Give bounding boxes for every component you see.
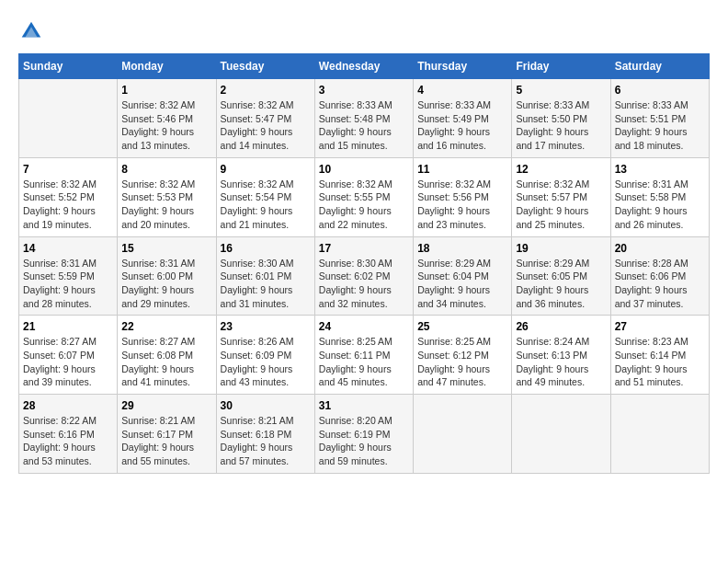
day-info: Sunrise: 8:33 AMSunset: 5:50 PMDaylight:… [516,99,589,151]
day-info: Sunrise: 8:31 AMSunset: 5:59 PMDaylight:… [23,258,97,309]
day-info: Sunrise: 8:32 AMSunset: 5:55 PMDaylight:… [319,178,392,230]
header-cell-monday: Monday [118,54,216,79]
day-info: Sunrise: 8:27 AMSunset: 6:08 PMDaylight:… [121,336,195,387]
day-cell: 17 Sunrise: 8:30 AMSunset: 6:02 PMDaylig… [314,236,413,316]
day-number: 8 [121,163,211,176]
day-info: Sunrise: 8:21 AMSunset: 6:17 PMDaylight:… [121,415,195,466]
day-number: 15 [121,242,211,255]
day-info: Sunrise: 8:25 AMSunset: 6:12 PMDaylight:… [417,336,491,387]
day-info: Sunrise: 8:33 AMSunset: 5:48 PMDaylight:… [319,99,392,151]
day-number: 29 [121,399,211,412]
day-info: Sunrise: 8:29 AMSunset: 6:05 PMDaylight:… [516,258,589,309]
day-cell: 11 Sunrise: 8:32 AMSunset: 5:56 PMDaylig… [414,157,512,236]
day-cell: 30 Sunrise: 8:21 AMSunset: 6:18 PMDaylig… [216,395,314,474]
day-number: 21 [23,320,113,333]
day-cell: 8 Sunrise: 8:32 AMSunset: 5:53 PMDayligh… [118,157,216,236]
day-number: 12 [516,163,606,176]
day-info: Sunrise: 8:32 AMSunset: 5:57 PMDaylight:… [516,178,589,230]
day-cell: 20 Sunrise: 8:28 AMSunset: 6:06 PMDaylig… [610,236,709,316]
day-number: 11 [417,163,507,176]
day-number: 22 [121,320,211,333]
day-cell: 4 Sunrise: 8:33 AMSunset: 5:49 PMDayligh… [414,79,512,158]
header-cell-friday: Friday [512,54,610,79]
day-info: Sunrise: 8:21 AMSunset: 6:18 PMDaylight:… [221,415,294,466]
day-cell: 14 Sunrise: 8:31 AMSunset: 5:59 PMDaylig… [19,236,118,316]
day-cell: 28 Sunrise: 8:22 AMSunset: 6:16 PMDaylig… [19,395,118,474]
day-number: 31 [319,399,409,412]
day-cell: 6 Sunrise: 8:33 AMSunset: 5:51 PMDayligh… [610,79,709,158]
day-number: 24 [319,320,409,333]
header-cell-saturday: Saturday [610,54,709,79]
day-info: Sunrise: 8:32 AMSunset: 5:56 PMDaylight:… [417,178,491,230]
day-cell: 19 Sunrise: 8:29 AMSunset: 6:05 PMDaylig… [512,236,610,316]
day-info: Sunrise: 8:32 AMSunset: 5:54 PMDaylight:… [221,178,294,230]
day-number: 28 [23,399,113,412]
header [18,18,710,44]
day-number: 7 [23,163,113,176]
day-info: Sunrise: 8:25 AMSunset: 6:11 PMDaylight:… [319,336,392,387]
day-number: 27 [615,320,705,333]
week-row-5: 28 Sunrise: 8:22 AMSunset: 6:16 PMDaylig… [19,395,710,474]
day-number: 18 [417,242,507,255]
day-number: 14 [23,242,113,255]
logo [18,18,48,44]
day-cell: 21 Sunrise: 8:27 AMSunset: 6:07 PMDaylig… [19,316,118,395]
day-info: Sunrise: 8:31 AMSunset: 5:58 PMDaylight:… [615,178,688,230]
day-info: Sunrise: 8:30 AMSunset: 6:01 PMDaylight:… [221,258,294,309]
day-number: 25 [417,320,507,333]
day-cell: 26 Sunrise: 8:24 AMSunset: 6:13 PMDaylig… [512,316,610,395]
day-cell: 9 Sunrise: 8:32 AMSunset: 5:54 PMDayligh… [216,157,314,236]
week-row-3: 14 Sunrise: 8:31 AMSunset: 5:59 PMDaylig… [19,236,710,316]
day-info: Sunrise: 8:22 AMSunset: 6:16 PMDaylight:… [23,415,97,466]
header-cell-tuesday: Tuesday [216,54,314,79]
day-number: 10 [319,163,409,176]
day-info: Sunrise: 8:26 AMSunset: 6:09 PMDaylight:… [221,336,294,387]
day-cell: 25 Sunrise: 8:25 AMSunset: 6:12 PMDaylig… [414,316,512,395]
day-number: 4 [417,84,507,97]
day-cell: 10 Sunrise: 8:32 AMSunset: 5:55 PMDaylig… [314,157,413,236]
day-info: Sunrise: 8:33 AMSunset: 5:49 PMDaylight:… [417,99,491,151]
day-cell: 1 Sunrise: 8:32 AMSunset: 5:46 PMDayligh… [118,79,216,158]
day-cell: 29 Sunrise: 8:21 AMSunset: 6:17 PMDaylig… [118,395,216,474]
day-cell: 5 Sunrise: 8:33 AMSunset: 5:50 PMDayligh… [512,79,610,158]
day-number: 2 [221,84,311,97]
day-cell: 13 Sunrise: 8:31 AMSunset: 5:58 PMDaylig… [610,157,709,236]
day-cell: 18 Sunrise: 8:29 AMSunset: 6:04 PMDaylig… [414,236,512,316]
day-info: Sunrise: 8:32 AMSunset: 5:52 PMDaylight:… [23,178,97,230]
day-number: 5 [516,84,606,97]
day-info: Sunrise: 8:27 AMSunset: 6:07 PMDaylight:… [23,336,97,387]
day-cell: 3 Sunrise: 8:33 AMSunset: 5:48 PMDayligh… [314,79,413,158]
day-cell [610,395,709,474]
day-cell: 16 Sunrise: 8:30 AMSunset: 6:01 PMDaylig… [216,236,314,316]
calendar-table: SundayMondayTuesdayWednesdayThursdayFrid… [18,53,710,474]
week-row-4: 21 Sunrise: 8:27 AMSunset: 6:07 PMDaylig… [19,316,710,395]
day-info: Sunrise: 8:32 AMSunset: 5:53 PMDaylight:… [121,178,195,230]
day-cell [414,395,512,474]
day-number: 26 [516,320,606,333]
day-info: Sunrise: 8:32 AMSunset: 5:46 PMDaylight:… [121,99,195,151]
day-info: Sunrise: 8:30 AMSunset: 6:02 PMDaylight:… [319,258,392,309]
day-number: 13 [615,163,705,176]
week-row-1: 1 Sunrise: 8:32 AMSunset: 5:46 PMDayligh… [19,79,710,158]
day-cell: 15 Sunrise: 8:31 AMSunset: 6:00 PMDaylig… [118,236,216,316]
day-info: Sunrise: 8:23 AMSunset: 6:14 PMDaylight:… [615,336,688,387]
day-number: 3 [319,84,409,97]
day-info: Sunrise: 8:31 AMSunset: 6:00 PMDaylight:… [121,258,195,309]
day-info: Sunrise: 8:28 AMSunset: 6:06 PMDaylight:… [615,258,688,309]
day-number: 30 [221,399,311,412]
day-cell [19,79,118,158]
day-cell: 23 Sunrise: 8:26 AMSunset: 6:09 PMDaylig… [216,316,314,395]
header-cell-wednesday: Wednesday [314,54,413,79]
day-cell [512,395,610,474]
day-cell: 12 Sunrise: 8:32 AMSunset: 5:57 PMDaylig… [512,157,610,236]
day-number: 9 [221,163,311,176]
day-cell: 27 Sunrise: 8:23 AMSunset: 6:14 PMDaylig… [610,316,709,395]
day-info: Sunrise: 8:32 AMSunset: 5:47 PMDaylight:… [221,99,294,151]
day-cell: 7 Sunrise: 8:32 AMSunset: 5:52 PMDayligh… [19,157,118,236]
day-cell: 31 Sunrise: 8:20 AMSunset: 6:19 PMDaylig… [314,395,413,474]
day-number: 1 [121,84,211,97]
header-cell-sunday: Sunday [19,54,118,79]
day-info: Sunrise: 8:24 AMSunset: 6:13 PMDaylight:… [516,336,589,387]
day-number: 6 [615,84,705,97]
day-cell: 22 Sunrise: 8:27 AMSunset: 6:08 PMDaylig… [118,316,216,395]
